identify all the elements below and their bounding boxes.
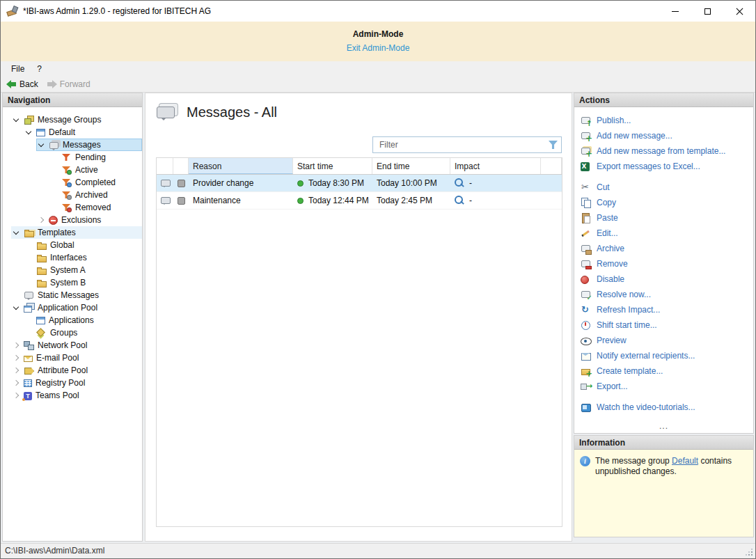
tree-item-pending[interactable]: Pending: [3, 151, 142, 164]
info-icon: i: [580, 456, 590, 466]
tree-item-active[interactable]: Active: [3, 164, 142, 176]
action-remove[interactable]: Remove: [574, 256, 753, 271]
tree-item-message-groups[interactable]: Message Groups: [3, 113, 142, 126]
filter-funnel-icon[interactable]: [549, 141, 558, 149]
maximize-button[interactable]: [691, 1, 723, 22]
action-publish[interactable]: Publish...: [574, 113, 753, 128]
back-arrow-icon: [6, 80, 17, 88]
expander-icon[interactable]: [36, 215, 47, 225]
expander-icon[interactable]: [11, 340, 22, 350]
tree-item-default[interactable]: Default: [3, 126, 142, 139]
expander-icon[interactable]: [11, 303, 22, 313]
disable-icon: [581, 276, 589, 284]
action-paste[interactable]: Paste: [574, 210, 753, 226]
menu-help[interactable]: ?: [31, 63, 48, 75]
action-add-message-from-template[interactable]: Add new message from template...: [574, 143, 753, 159]
information-body: i The message group Default contains unp…: [574, 450, 753, 537]
tree-item-interfaces[interactable]: Interfaces: [3, 251, 142, 264]
registry-grid-icon: [24, 379, 32, 387]
back-button[interactable]: Back: [6, 79, 38, 89]
tree-item-messages[interactable]: Messages: [3, 139, 142, 151]
action-label: Watch the video-tutorials...: [597, 402, 695, 412]
tree-item-teams-pool[interactable]: Teams Pool: [3, 389, 142, 402]
action-label: Create template...: [597, 366, 663, 376]
tree-item-groups[interactable]: Groups: [3, 326, 142, 339]
expander-icon[interactable]: [11, 115, 22, 125]
tree-item-completed[interactable]: Completed: [3, 176, 142, 189]
tree-item-system-a[interactable]: System A: [3, 264, 142, 276]
navigation-toolbar: Back Forward: [1, 76, 755, 93]
action-archive[interactable]: Archive: [574, 241, 753, 256]
envelope-icon: [24, 356, 33, 362]
action-preview[interactable]: Preview: [574, 333, 753, 348]
column-header-impact[interactable]: Impact: [450, 158, 541, 174]
action-disable[interactable]: Disable: [574, 271, 753, 287]
action-label: Archive: [597, 244, 624, 253]
excel-icon: [581, 162, 590, 171]
tree-item-attribute-pool[interactable]: Attribute Pool: [3, 364, 142, 377]
actions-overflow[interactable]: ...: [574, 421, 753, 433]
expander-spacer: [49, 178, 60, 187]
action-edit[interactable]: Edit...: [574, 226, 753, 241]
menu-file[interactable]: File: [5, 63, 31, 75]
action-label: Resolve now...: [597, 290, 651, 299]
action-watch-video-tutorials[interactable]: Watch the video-tutorials...: [574, 400, 753, 415]
archive-icon: [581, 244, 592, 254]
action-export[interactable]: Export...: [574, 379, 753, 394]
action-label: Notify external recipients...: [597, 351, 695, 361]
action-create-template[interactable]: Create template...: [574, 363, 753, 379]
resize-grip[interactable]: [746, 549, 753, 556]
tree-item-email-pool[interactable]: E-mail Pool: [3, 352, 142, 364]
tree-item-network-pool[interactable]: Network Pool: [3, 339, 142, 352]
expander-icon[interactable]: [11, 228, 22, 237]
bubble-icon: [24, 290, 34, 300]
tree-item-registry-pool[interactable]: Registry Pool: [3, 377, 142, 389]
tree-item-global[interactable]: Global: [3, 239, 142, 251]
close-button[interactable]: [723, 1, 755, 22]
table-row[interactable]: Provider change Today 8:30 PM Today 10:0…: [157, 175, 562, 192]
message-groups-icon: [24, 115, 34, 125]
expander-icon[interactable]: [11, 353, 22, 363]
forward-button[interactable]: Forward: [47, 79, 90, 89]
tree-item-application-pool[interactable]: Application Pool: [3, 301, 142, 314]
cell-start-time: Today 12:44 PM: [308, 196, 369, 205]
tree-item-archived[interactable]: Archived: [3, 189, 142, 201]
action-cut[interactable]: Cut: [574, 180, 753, 195]
information-message: The message group Default contains unpub…: [595, 456, 748, 530]
tree-item-label: Applications: [45, 315, 94, 325]
action-copy[interactable]: Copy: [574, 195, 753, 210]
action-add-new-message[interactable]: Add new message...: [574, 128, 753, 143]
column-header-icon2: [173, 158, 189, 174]
tree-item-removed[interactable]: Removed: [3, 201, 142, 214]
action-refresh-impact[interactable]: Refresh Impact...: [574, 302, 753, 317]
column-header-end-time[interactable]: End time: [372, 158, 450, 174]
expander-icon[interactable]: [11, 365, 22, 375]
expander-spacer: [24, 265, 35, 275]
action-shift-start-time[interactable]: Shift start time...: [574, 317, 753, 333]
default-group-link[interactable]: Default: [672, 456, 698, 466]
filter-input[interactable]: [379, 140, 549, 150]
tree-item-templates[interactable]: Templates: [3, 226, 142, 239]
action-notify-external-recipients[interactable]: Notify external recipients...: [574, 348, 753, 363]
exit-admin-mode-link[interactable]: Exit Admin-Mode: [347, 43, 410, 53]
tree-item-system-b[interactable]: System B: [3, 276, 142, 289]
minimize-button[interactable]: [659, 1, 691, 22]
tree-item-static-messages[interactable]: Static Messages: [3, 289, 142, 301]
table-row[interactable]: Maintenance Today 12:44 PM Today 2:45 PM…: [157, 192, 562, 210]
filter-removed-icon: [61, 203, 72, 212]
action-resolve-now[interactable]: Resolve now...: [574, 287, 753, 302]
create-template-icon: [581, 366, 592, 377]
expander-icon[interactable]: [11, 391, 22, 400]
tree-item-exclusions[interactable]: Exclusions: [3, 214, 142, 226]
action-export-to-excel[interactable]: Export messages to Excel...: [574, 159, 753, 174]
tree-item-applications[interactable]: Applications: [3, 314, 142, 326]
column-header-reason[interactable]: Reason: [189, 158, 293, 174]
clipboard-icon: [581, 213, 592, 223]
tree-item-label: Groups: [47, 328, 77, 338]
impact-magnifier-icon: [455, 178, 465, 188]
expander-icon[interactable]: [11, 378, 22, 388]
action-label: Export...: [597, 381, 628, 391]
expander-icon[interactable]: [24, 127, 35, 137]
expander-icon[interactable]: [36, 140, 47, 150]
column-header-start-time[interactable]: Start time: [293, 158, 372, 174]
